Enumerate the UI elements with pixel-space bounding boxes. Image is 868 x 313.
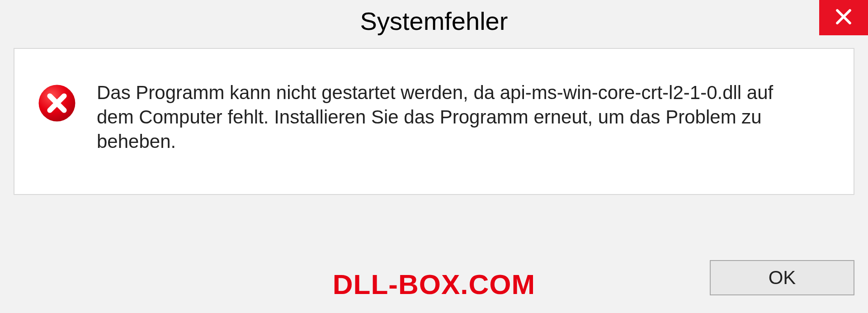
close-icon [834, 7, 853, 28]
footer: DLL-BOX.COM OK [0, 253, 868, 313]
close-button[interactable] [819, 0, 868, 35]
content-panel: Das Programm kann nicht gestartet werden… [14, 48, 854, 195]
ok-button[interactable]: OK [710, 260, 854, 295]
error-message: Das Programm kann nicht gestartet werden… [97, 81, 802, 153]
dialog-title: Systemfehler [360, 6, 508, 36]
ok-button-label: OK [769, 267, 796, 289]
titlebar: Systemfehler [0, 0, 868, 42]
watermark-text: DLL-BOX.COM [333, 268, 535, 300]
error-icon [37, 83, 77, 123]
